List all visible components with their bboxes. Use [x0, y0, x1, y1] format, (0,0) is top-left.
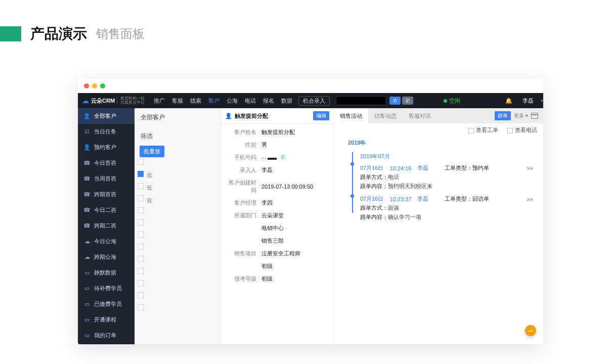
detail-value: 电销中心	[261, 224, 284, 232]
username-label[interactable]: 李磊	[522, 97, 534, 105]
sidebar-icon: ☎	[84, 222, 90, 229]
checkbox[interactable]	[138, 268, 144, 274]
sidebar-item[interactable]: ▭待补费学员	[78, 281, 135, 296]
checkbox[interactable]	[138, 256, 144, 262]
batch-button[interactable]: 批量放	[140, 146, 164, 157]
sidebar-item-label: 今日二咨	[94, 206, 116, 214]
detail-row: 客户姓名触发提前分配	[221, 126, 333, 139]
phone-icon[interactable]: ✆	[281, 154, 285, 161]
nav-item[interactable]: 推广	[154, 97, 165, 105]
search-input[interactable]	[336, 96, 386, 105]
follow-button[interactable]: 跟单	[495, 111, 511, 120]
entry-date: 07月16日	[360, 164, 383, 172]
minimize-dot[interactable]	[92, 83, 97, 88]
sidebar-item[interactable]: ▭静默数据	[78, 265, 135, 281]
entry-user: 李磊	[417, 195, 428, 203]
nav-items: 推广客服线索客户公海电话报名数据	[154, 97, 292, 105]
sidebar-item[interactable]: ☎跨期首咨	[78, 187, 135, 202]
edit-button[interactable]: 编辑	[313, 111, 329, 120]
entry-date: 07月16日	[360, 195, 383, 203]
bell-icon[interactable]: 🔔	[505, 98, 512, 104]
list-item[interactable]: 云	[147, 184, 152, 192]
timeline-entry[interactable]: 07月16日10:23:37李磊工单类型：回访单>>跟单方式：面谈跟单内容：确认…	[360, 195, 533, 221]
sidebar-item[interactable]: ☎今日二咨	[78, 202, 135, 218]
detail-value: 销售三部	[261, 237, 284, 245]
sidebar-item[interactable]: ☎今日首咨	[78, 155, 135, 171]
close-dot[interactable]	[84, 83, 89, 88]
sidebar-icon: ☎	[84, 175, 90, 182]
detail-label	[226, 237, 256, 245]
sidebar-icon: ☁	[84, 238, 90, 245]
checkbox[interactable]	[138, 207, 144, 213]
detail-label: 客户创建时间	[226, 179, 256, 194]
sidebar-icon: ▭	[84, 332, 90, 339]
nav-item[interactable]: 数据	[281, 97, 292, 105]
sidebar-icon: ☑	[84, 128, 90, 135]
status-indicator[interactable]: 空闲	[444, 97, 460, 105]
sidebar-item-label: 我的订单	[94, 332, 116, 339]
sidebar-item[interactable]: ☁今日公海	[78, 234, 135, 249]
list-item[interactable]: 云	[147, 171, 152, 179]
detail-value: 2019-07-13 00:09:50	[261, 184, 313, 190]
detail-label: 报考等级	[226, 275, 256, 283]
sidebar-item[interactable]: ▭已缴费学员	[78, 296, 135, 312]
maximize-dot[interactable]	[100, 83, 105, 88]
checkbox[interactable]	[138, 244, 144, 250]
nav-item[interactable]: 线索	[190, 97, 201, 105]
call-pickup-icon[interactable]: ✆	[389, 97, 401, 105]
detail-label: 客户经理	[226, 199, 256, 207]
timeline-entry[interactable]: 07月16日10:24:16李磊工单类型：预约单>>跟单方式：电话跟单内容：预约…	[360, 164, 533, 190]
entry-expand[interactable]: >>	[527, 165, 533, 171]
sidebar-item[interactable]: ☎跨期二咨	[78, 218, 135, 234]
sidebar-item[interactable]: ☁跨期公海	[78, 249, 135, 265]
checkbox[interactable]	[138, 195, 144, 201]
nav-item[interactable]: 报名	[263, 97, 274, 105]
sidebar-icon: ☎	[84, 160, 90, 166]
checkbox[interactable]	[138, 292, 144, 298]
checkbox[interactable]	[138, 280, 144, 286]
tab-visitor-activity[interactable]: 访客动态	[368, 108, 403, 123]
phone-masked: ···	[261, 155, 277, 161]
sidebar-item[interactable]: ☎当周首咨	[78, 171, 135, 187]
fab-minus[interactable]: –	[525, 325, 536, 336]
sidebar-item-label: 当周首咨	[94, 175, 116, 183]
sidebar-item[interactable]: ▭我的订单	[78, 328, 135, 343]
sidebar-item[interactable]: 👤全部客户	[78, 108, 135, 124]
more-dropdown[interactable]: 更多 ▾	[514, 112, 528, 119]
sidebar-item[interactable]: ☑当日任务	[78, 124, 135, 140]
filter-label[interactable]: 筛选	[141, 132, 221, 141]
tab-sales-activity[interactable]: 销售活动	[334, 108, 368, 123]
window-icon[interactable]	[531, 113, 538, 119]
call-hangup-icon[interactable]: ✆	[402, 97, 413, 105]
opportunity-button[interactable]: 机会录入	[298, 96, 330, 106]
nav-item[interactable]: 电话	[245, 97, 256, 105]
brand-logo[interactable]: ☁ 云朵CRM 教育机构一站 式服务云平台	[78, 97, 149, 105]
checkbox[interactable]	[138, 171, 144, 177]
detail-label: 手机号码	[226, 154, 256, 161]
list-item[interactable]: 云	[147, 197, 152, 204]
detail-row: 销售三部	[221, 235, 333, 247]
customer-detail-panel: 👤 触发提前分配 编辑 客户姓名触发提前分配性别男手机号码··· ✆录入人李磊客…	[221, 108, 334, 344]
sidebar-icon: ☎	[84, 191, 90, 198]
view-tickets-checkbox[interactable]: 查看工单	[468, 126, 498, 134]
nav-item[interactable]: 客户	[208, 97, 220, 105]
checkbox[interactable]	[138, 304, 144, 310]
sidebar-item-label: 预约客户	[94, 144, 116, 151]
nav-item[interactable]: 公海	[227, 97, 238, 105]
checkbox[interactable]	[138, 219, 144, 225]
sidebar-item[interactable]: ▭开通课程	[78, 312, 135, 328]
brand-name: 云朵CRM	[91, 97, 115, 105]
view-calls-checkbox[interactable]: 查看电话	[507, 126, 537, 134]
checkbox[interactable]	[138, 183, 144, 189]
chevron-down-icon[interactable]: ▾	[541, 98, 543, 103]
sidebar-icon: 👤	[84, 144, 90, 151]
tab-service-chat[interactable]: 客服对话	[403, 108, 437, 123]
checkbox[interactable]	[138, 232, 144, 238]
checkbox[interactable]	[138, 159, 144, 165]
page-header: 产品演示 销售面板	[0, 0, 612, 43]
sidebar-item[interactable]: 👤预约客户	[78, 140, 135, 155]
checkbox-column	[138, 159, 144, 310]
entry-expand[interactable]: >>	[527, 196, 533, 202]
nav-item[interactable]: 客服	[172, 97, 183, 105]
entry-time: 10:23:37	[389, 196, 411, 202]
